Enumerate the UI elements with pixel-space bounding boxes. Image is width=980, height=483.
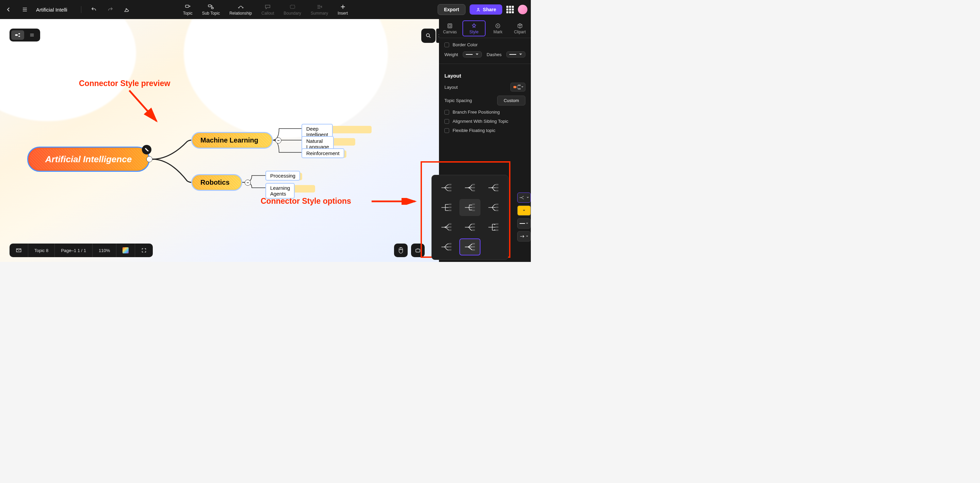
tool-boundary[interactable]: Boundary xyxy=(284,3,301,16)
checkbox[interactable] xyxy=(444,43,449,47)
top-toolbar: Topic Sub Topic Relationship Callout Bou… xyxy=(0,0,531,19)
connector-style-dropdown[interactable] xyxy=(517,192,531,203)
connector-option-10[interactable] xyxy=(436,238,457,256)
svg-rect-41 xyxy=(496,224,498,225)
tab-style[interactable]: Style xyxy=(463,21,486,37)
weight-label: Weight xyxy=(444,52,458,57)
collapse-toggle[interactable]: − xyxy=(245,180,251,186)
outline-toggle[interactable] xyxy=(10,243,28,257)
topic-count[interactable]: Topic 8 xyxy=(28,243,55,257)
collapse-toggle[interactable]: − xyxy=(146,156,153,162)
checkbox[interactable] xyxy=(444,128,449,133)
tool-label: Relationship xyxy=(229,11,252,16)
svg-rect-46 xyxy=(449,249,451,251)
ai-button[interactable] xyxy=(411,243,425,257)
tab-mark[interactable]: Mark xyxy=(487,19,509,38)
tool-relationship[interactable]: Relationship xyxy=(229,3,252,16)
connector-option-1[interactable] xyxy=(436,179,457,196)
collapse-toggle[interactable]: − xyxy=(275,137,282,143)
toolbar-left xyxy=(3,5,132,14)
avatar[interactable] xyxy=(518,5,527,14)
menu-button[interactable] xyxy=(20,5,30,14)
undo-button[interactable] xyxy=(89,5,99,14)
svg-rect-20 xyxy=(472,184,475,185)
canvas-area[interactable]: Artificial Intelligence − Machine Learni… xyxy=(0,19,439,262)
connector-option-7[interactable] xyxy=(436,219,457,236)
page-label: Page–1 1 / 1 xyxy=(61,248,86,253)
connector-weight-dropdown[interactable] xyxy=(517,218,531,229)
layout-row: Layout xyxy=(444,83,525,92)
annotation-arrow xyxy=(126,89,167,129)
svg-rect-47 xyxy=(472,243,475,245)
subtopic-node[interactable]: Processing xyxy=(266,171,300,181)
svg-rect-34 xyxy=(496,210,498,211)
tool-callout[interactable]: Callout xyxy=(261,3,274,16)
subtopic-node[interactable]: Reinforcement xyxy=(301,148,344,158)
connector-option-9[interactable] xyxy=(483,219,504,236)
connector-option-5[interactable] xyxy=(460,199,480,216)
connector-option-6[interactable] xyxy=(483,199,504,216)
connector-option-3[interactable] xyxy=(483,179,504,196)
apps-icon[interactable] xyxy=(506,6,514,13)
topic-node[interactable]: Robotics − xyxy=(191,174,242,191)
connector-color-dropdown[interactable] xyxy=(517,205,531,216)
tool-insert[interactable]: Insert xyxy=(337,3,348,16)
svg-rect-7 xyxy=(18,36,20,37)
page-indicator[interactable]: Page–1 1 / 1 xyxy=(55,243,92,257)
dashes-label: Dashes xyxy=(487,52,501,57)
connector-option-8[interactable] xyxy=(460,219,480,236)
tool-label: Sub Topic xyxy=(202,11,220,16)
tool-subtopic[interactable]: Sub Topic xyxy=(202,3,220,16)
tab-canvas[interactable]: Canvas xyxy=(439,19,461,38)
svg-rect-29 xyxy=(472,204,475,205)
svg-rect-27 xyxy=(449,207,451,208)
layout-dropdown[interactable] xyxy=(511,83,525,92)
paint-icon[interactable] xyxy=(142,145,151,154)
redo-button[interactable] xyxy=(105,5,115,14)
flexible-label: Flexible Floating topic xyxy=(453,128,495,133)
mouse-mode-button[interactable] xyxy=(394,243,408,257)
view-mindmap-button[interactable] xyxy=(11,30,24,40)
alignment-row[interactable]: Alignment With Sibling Topic xyxy=(444,119,525,124)
panel-body: Border Color Weight Dashes Layout Layout… xyxy=(439,38,531,137)
collapse-panel-button[interactable] xyxy=(436,29,439,43)
layout-label: Layout xyxy=(444,85,458,90)
rainbow-icon xyxy=(123,247,129,253)
tool-topic[interactable]: Topic xyxy=(183,3,192,16)
svg-rect-2 xyxy=(212,8,214,9)
export-button[interactable]: Export xyxy=(438,4,466,15)
tab-clipart[interactable]: Clipart xyxy=(509,19,531,38)
custom-spacing-button[interactable]: Custom xyxy=(497,95,525,105)
view-outline-button[interactable] xyxy=(25,30,38,40)
checkbox[interactable] xyxy=(444,119,449,124)
svg-rect-30 xyxy=(472,207,475,208)
flexible-row[interactable]: Flexible Floating topic xyxy=(444,128,525,133)
tool-summary[interactable]: Summary xyxy=(311,3,328,16)
connector-option-4[interactable] xyxy=(436,199,457,216)
share-button[interactable]: Share xyxy=(469,5,502,14)
topic-node[interactable]: Machine Learning − xyxy=(191,132,273,149)
svg-rect-33 xyxy=(496,207,498,208)
root-topic-node[interactable]: Artificial Intelligence − xyxy=(27,146,150,172)
connector-arrow-dropdown[interactable] xyxy=(517,231,531,242)
connector-option-11[interactable] xyxy=(460,238,480,256)
back-button[interactable] xyxy=(3,5,14,14)
document-title-input[interactable] xyxy=(36,7,73,13)
topic-spacing-label: Topic Spacing xyxy=(444,98,472,103)
search-button[interactable] xyxy=(421,29,436,43)
fullscreen-button[interactable] xyxy=(135,243,153,257)
weight-dropdown[interactable] xyxy=(463,51,482,57)
border-color-label: Border Color xyxy=(453,42,478,47)
connector-option-2[interactable] xyxy=(460,179,480,196)
dashes-dropdown[interactable] xyxy=(506,51,525,57)
theme-button[interactable] xyxy=(121,5,132,14)
zoom-level[interactable]: 110% xyxy=(92,243,116,257)
alignment-label: Alignment With Sibling Topic xyxy=(453,119,508,124)
branch-free-row[interactable]: Branch Free Positioning xyxy=(444,110,525,114)
svg-rect-16 xyxy=(518,88,520,89)
checkbox[interactable] xyxy=(444,110,449,114)
border-color-row[interactable]: Border Color xyxy=(444,42,525,47)
theme-picker[interactable] xyxy=(116,243,135,257)
svg-rect-38 xyxy=(472,224,475,225)
divider xyxy=(439,64,531,64)
